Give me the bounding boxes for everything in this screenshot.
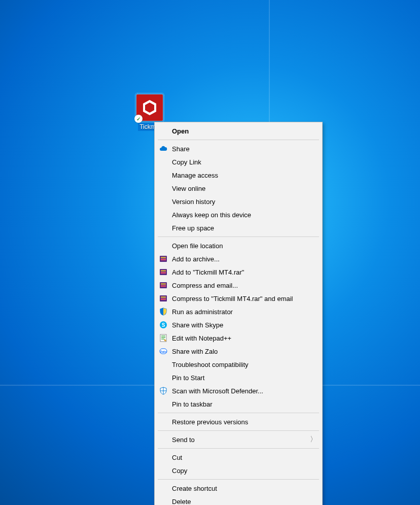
context-menu[interactable]: OpenShareCopy LinkManage accessView onli… xyxy=(154,122,323,505)
menu-item-label: Troubleshoot compatibility xyxy=(172,361,249,368)
menu-item-label: Compress to "Tickmill MT4.rar" and email xyxy=(172,295,293,302)
menu-item-manage-access[interactable]: Manage access xyxy=(156,169,321,182)
menu-item-label: Open xyxy=(172,127,189,135)
menu-item-label: Open file location xyxy=(172,242,223,250)
notepadpp-icon xyxy=(159,333,168,343)
menu-item-label: Free up space xyxy=(172,224,214,232)
menu-item-label: Scan with Microsoft Defender... xyxy=(172,387,263,395)
menu-item-label: Copy Link xyxy=(172,158,201,166)
skype-icon xyxy=(159,320,168,329)
desktop[interactable]: Tickmill OpenShareCopy LinkManage access… xyxy=(0,0,420,505)
menu-item-free-up-space[interactable]: Free up space xyxy=(156,221,321,234)
menu-separator xyxy=(158,140,319,140)
menu-item-label: Edit with Notepad++ xyxy=(172,334,231,342)
menu-item-label: Pin to taskbar xyxy=(172,400,213,408)
shield-admin-icon xyxy=(159,307,168,316)
menu-item-pin-to-taskbar[interactable]: Pin to taskbar xyxy=(156,397,321,411)
menu-item-label: Create shortcut xyxy=(172,485,217,492)
menu-item-open[interactable]: Open xyxy=(156,124,321,138)
menu-item-share-with-zalo[interactable]: Share with Zalo xyxy=(156,345,321,358)
sync-check-badge-icon xyxy=(134,115,143,123)
menu-item-label: Add to "Tickmill MT4.rar" xyxy=(172,268,244,276)
menu-item-share-with-skype[interactable]: Share with Skype xyxy=(156,318,321,331)
menu-item-copy-link[interactable]: Copy Link xyxy=(156,155,321,169)
menu-item-run-as-administrator[interactable]: Run as administrator xyxy=(156,305,321,318)
menu-item-add-to-tickmill-mt4-rar[interactable]: Add to "Tickmill MT4.rar" xyxy=(156,265,321,279)
menu-item-share[interactable]: Share xyxy=(156,142,321,155)
menu-item-label: Send to xyxy=(172,436,195,444)
menu-item-label: Cut xyxy=(172,454,182,461)
winrar-icon xyxy=(159,281,168,290)
menu-item-label: Pin to Start xyxy=(172,374,204,382)
menu-separator xyxy=(158,430,319,431)
winrar-icon xyxy=(159,294,168,303)
menu-item-label: Add to archive... xyxy=(172,255,220,263)
menu-item-send-to[interactable]: Send to〉 xyxy=(156,433,321,446)
menu-item-label: Share xyxy=(172,145,190,153)
menu-separator xyxy=(158,413,319,413)
menu-item-restore-previous-versions[interactable]: Restore previous versions xyxy=(156,415,321,428)
menu-item-create-shortcut[interactable]: Create shortcut xyxy=(156,482,321,495)
menu-item-view-online[interactable]: View online xyxy=(156,182,321,195)
defender-icon xyxy=(159,386,168,395)
menu-item-compress-to-tickmill-mt4-rar-and-email[interactable]: Compress to "Tickmill MT4.rar" and email xyxy=(156,292,321,305)
menu-item-label: Share with Zalo xyxy=(172,348,218,355)
menu-item-version-history[interactable]: Version history xyxy=(156,195,321,208)
menu-item-label: Share with Skype xyxy=(172,321,223,329)
menu-item-edit-with-notepad[interactable]: Edit with Notepad++ xyxy=(156,331,321,345)
menu-item-label: View online xyxy=(172,185,205,192)
menu-item-label: Manage access xyxy=(172,172,218,179)
menu-item-label: Copy xyxy=(172,467,187,475)
menu-item-compress-and-email[interactable]: Compress and email... xyxy=(156,279,321,292)
winrar-icon xyxy=(159,267,168,277)
winrar-icon xyxy=(159,254,168,263)
menu-item-label: Restore previous versions xyxy=(172,418,248,426)
menu-item-troubleshoot-compatibility[interactable]: Troubleshoot compatibility xyxy=(156,358,321,371)
menu-item-copy[interactable]: Copy xyxy=(156,464,321,477)
zalo-icon xyxy=(159,347,168,356)
menu-item-label: Delete xyxy=(172,498,191,506)
menu-item-label: Run as administrator xyxy=(172,308,233,316)
menu-item-scan-with-microsoft-defender[interactable]: Scan with Microsoft Defender... xyxy=(156,384,321,397)
onedrive-cloud-icon xyxy=(159,144,168,153)
menu-item-cut[interactable]: Cut xyxy=(156,451,321,464)
menu-separator xyxy=(158,479,319,480)
menu-item-add-to-archive[interactable]: Add to archive... xyxy=(156,252,321,265)
menu-item-label: Compress and email... xyxy=(172,282,238,289)
tickmill-app-icon xyxy=(136,94,163,121)
menu-item-delete[interactable]: Delete xyxy=(156,495,321,505)
menu-item-label: Always keep on this device xyxy=(172,211,251,219)
menu-separator xyxy=(158,237,319,237)
menu-item-label: Version history xyxy=(172,198,215,206)
menu-item-pin-to-start[interactable]: Pin to Start xyxy=(156,371,321,384)
menu-item-open-file-location[interactable]: Open file location xyxy=(156,239,321,252)
submenu-arrow-icon: 〉 xyxy=(310,435,317,444)
menu-item-always-keep-on-this-device[interactable]: Always keep on this device xyxy=(156,208,321,221)
menu-separator xyxy=(158,448,319,449)
